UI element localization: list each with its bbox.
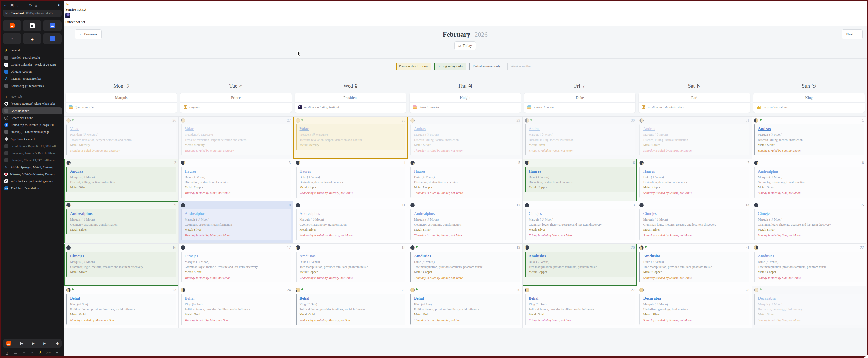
spirit-link[interactable]: Cimejes: [70, 254, 84, 258]
spirit-link[interactable]: Haures: [529, 169, 541, 173]
day-cell[interactable]: 22AmdusiasDuke (♀ Venus)Tree manipulatio…: [752, 244, 866, 286]
day-cell[interactable]: 29AndrasMarquis (☽ Moon)Discord, killing…: [408, 117, 522, 159]
badge-workspace-icon[interactable]: 700: [46, 351, 52, 354]
media-volume-icon[interactable]: ): [56, 342, 59, 345]
day-cell[interactable]: 28DecarabiaMarquis (☽ Moon)Herbalism, ge…: [637, 286, 751, 328]
menu-icon[interactable]: ⋯: [4, 3, 7, 7]
hat-workspace-icon[interactable]: [22, 351, 26, 355]
day-cell[interactable]: 20AmdusiasDuke (♀ Venus)Tree manipulatio…: [523, 244, 637, 286]
spirit-entry[interactable]: CimejesMarquis (☽ Moon)Grammar, logic, r…: [525, 209, 634, 240]
day-cell[interactable]: 13CimejesMarquis (☽ Moon)Grammar, logic,…: [523, 201, 637, 243]
spirit-entry[interactable]: CimejesMarquis (☽ Moon)Grammar, logic, r…: [640, 209, 749, 240]
day-cell[interactable]: 4HauresDuke (♀ Venus)Divination, destruc…: [293, 159, 408, 201]
day-cell[interactable]: 24BelialKing (☉ Sun)Political favour, pr…: [179, 286, 293, 328]
spirit-link[interactable]: Andras: [758, 127, 771, 131]
spirit-entry[interactable]: AndrealphusMarquis (☽ Moon)Geometry, ast…: [410, 209, 520, 240]
spirit-link[interactable]: Belial: [414, 296, 424, 301]
day-cell[interactable]: 23BelialKing (☉ Sun)Political favour, pr…: [64, 286, 178, 328]
spirit-link[interactable]: Amdusias: [529, 254, 546, 258]
spirit-entry[interactable]: AndrasMarquis (☽ Moon)Discord, killing, …: [640, 124, 749, 155]
day-cell[interactable]: 27ValacPresident (☿ Mercury)Treasure rev…: [179, 117, 293, 159]
spirit-entry[interactable]: CimejesMarquis (☽ Moon)Grammar, logic, r…: [754, 209, 864, 240]
spirit-link[interactable]: Haures: [185, 169, 196, 173]
spirit-entry[interactable]: AndrasMarquis (☽ Moon)Discord, killing, …: [754, 124, 864, 155]
sidebar-tab[interactable]: UUbiquiti Account: [2, 68, 62, 75]
laptop-workspace-icon[interactable]: [13, 351, 18, 355]
day-cell[interactable]: 31AndrasMarquis (☽ Moon)Discord, killing…: [637, 117, 751, 159]
spirit-entry[interactable]: AmdusiasDuke (♀ Venus)Tree manipulation,…: [296, 252, 405, 282]
spirit-entry[interactable]: CimejesMarquis (☽ Moon)Grammar, logic, r…: [66, 252, 176, 277]
spirit-entry[interactable]: ValacPresident (☿ Mercury)Treasure revel…: [181, 124, 291, 155]
spirit-entry[interactable]: HauresDuke (♀ Venus)Divination, destruct…: [525, 167, 634, 192]
spirit-link[interactable]: Decarabia: [643, 296, 661, 301]
sidebar-tab[interactable]: josie.lol - search results: [2, 54, 62, 61]
spirit-link[interactable]: Belial: [300, 296, 309, 301]
day-cell[interactable]: 30AndrasMarquis (☽ Moon)Discord, killing…: [523, 117, 637, 159]
sidebar-tab[interactable]: umask(2) - Linux manual page: [2, 129, 62, 135]
day-cell[interactable]: 11AndrealphusMarquis (☽ Moon)Geometry, a…: [293, 201, 408, 243]
day-cell[interactable]: 10AndrealphusMarquis (☽ Moon)Geometry, a…: [179, 201, 293, 243]
sidebar-tab[interactable]: Seoul, Korea Republic: €1,688 Luft: [2, 143, 62, 149]
day-cell[interactable]: 26ValacPresident (☿ Mercury)Treasure rev…: [64, 117, 178, 159]
spirit-link[interactable]: Valac: [70, 127, 79, 131]
sidebar-tab[interactable]: enfin levé - experimental garment: [2, 178, 62, 185]
spirit-entry[interactable]: AmdusiasDuke (♀ Venus)Tree manipulation,…: [640, 252, 749, 282]
sidebar-tab[interactable]: +New Tab: [2, 93, 62, 100]
day-cell[interactable]: 16CimejesMarquis (☽ Moon)Grammar, logic,…: [64, 244, 178, 286]
sidebar-tab[interactable]: LFThe Linux Foundation: [2, 185, 62, 192]
previous-month-button[interactable]: ← Previous: [75, 29, 102, 39]
spirit-entry[interactable]: BelialKing (☉ Sun)Political favour, prov…: [181, 294, 291, 325]
spirit-entry[interactable]: BelialKing (☉ Sun)Political favour, prov…: [525, 294, 634, 325]
spirit-entry[interactable]: BelialKing (☉ Sun)Political favour, prov…: [66, 294, 176, 325]
sidebar-tab[interactable]: Singapore, Jakarta & Bali: Lufthan: [2, 150, 62, 156]
day-cell[interactable]: 7HauresDuke (♀ Venus)Divination, destruc…: [637, 159, 751, 201]
spirit-entry[interactable]: ValacPresident (☿ Mercury)Treasure revel…: [296, 124, 405, 150]
spirit-entry[interactable]: AndrasMarquis (☽ Moon)Discord, killing, …: [66, 167, 176, 192]
spirit-entry[interactable]: AndrasMarquis (☽ Moon)Discord, killing, …: [525, 124, 634, 155]
day-cell[interactable]: 14CimejesMarquis (☽ Moon)Grammar, logic,…: [637, 201, 751, 243]
spirit-link[interactable]: Andras: [529, 127, 540, 131]
spirit-entry[interactable]: AmdusiasDuke (♀ Venus)Tree manipulation,…: [410, 252, 520, 282]
media-next-icon[interactable]: ▶: [43, 341, 46, 346]
spirit-link[interactable]: Haures: [300, 169, 311, 173]
sidebar-tab[interactable]: App Store Connect: [2, 136, 62, 142]
reload-icon[interactable]: ↻: [29, 3, 32, 7]
back-icon[interactable]: ←: [17, 3, 20, 7]
sidebar-tab[interactable]: Kernel.org git repositories: [2, 83, 62, 89]
pinned-tab-bluesky[interactable]: ☁: [43, 20, 62, 31]
day-cell[interactable]: 26BelialKing (☉ Sun)Political favour, pr…: [408, 286, 522, 328]
sidebar-tab[interactable]: [Feature Request] Alerts when aski: [2, 100, 62, 107]
spirit-entry[interactable]: HauresDuke (♀ Venus)Divination, destruct…: [296, 167, 405, 198]
pinned-tab-github[interactable]: [23, 20, 41, 31]
pinned-tab-jira[interactable]: ≫: [3, 33, 21, 44]
spirit-entry[interactable]: AndrealphusMarquis (☽ Moon)Geometry, ast…: [66, 209, 176, 234]
day-cell[interactable]: 2AndrasMarquis (☽ Moon)Discord, killing,…: [64, 159, 178, 201]
spirit-link[interactable]: Haures: [414, 169, 426, 173]
day-cell[interactable]: 19AmdusiasDuke (♀ Venus)Tree manipulatio…: [408, 244, 522, 286]
spirit-entry[interactable]: HauresDuke (♀ Venus)Divination, destruct…: [410, 167, 520, 198]
day-cell[interactable]: 15CimejesMarquis (☽ Moon)Grammar, logic,…: [752, 201, 866, 243]
spirit-entry[interactable]: BelialKing (☉ Sun)Political favour, prov…: [296, 294, 405, 325]
sidebar-tab[interactable]: ΛPacman - josie@fronker: [2, 75, 62, 82]
spirit-link[interactable]: Andras: [643, 127, 655, 131]
sidebar-tab[interactable]: ✈Round trip to Toronto | Google Fli: [2, 122, 62, 128]
spirit-entry[interactable]: BelialKing (☉ Sun)Political favour, prov…: [410, 294, 520, 325]
spirit-link[interactable]: Cimejes: [185, 254, 198, 258]
spirit-entry[interactable]: AndrealphusMarquis (☽ Moon)Geometry, ast…: [181, 209, 291, 240]
day-cell[interactable]: 18AmdusiasDuke (♀ Venus)Tree manipulatio…: [293, 244, 408, 286]
sidebar-tab[interactable]: iServer Not Found: [2, 115, 62, 121]
pinned-tab-soundcloud[interactable]: ☁: [3, 20, 21, 31]
spirit-link[interactable]: Amdusias: [300, 254, 316, 258]
spirit-link[interactable]: Andrealphus: [185, 211, 206, 216]
spirit-link[interactable]: Andrealphus: [758, 169, 779, 173]
pinned-tab-docs[interactable]: ≡: [43, 33, 62, 44]
media-play-icon[interactable]: ▶: [32, 341, 35, 346]
sidebar-tab[interactable]: ★general: [2, 47, 62, 54]
spirit-entry[interactable]: AndrasMarquis (☽ Moon)Discord, killing, …: [410, 124, 520, 155]
pinned-tab-claude[interactable]: ✳: [23, 33, 41, 44]
spirit-link[interactable]: Belial: [185, 296, 194, 301]
day-cell[interactable]: 6HauresDuke (♀ Venus)Divination, destruc…: [523, 159, 637, 201]
url-bar[interactable]: http://localhost:3000/spirits/calendar?s: [3, 9, 62, 17]
spirit-link[interactable]: Valac: [300, 127, 309, 131]
new-workspace-icon[interactable]: +: [55, 351, 59, 355]
